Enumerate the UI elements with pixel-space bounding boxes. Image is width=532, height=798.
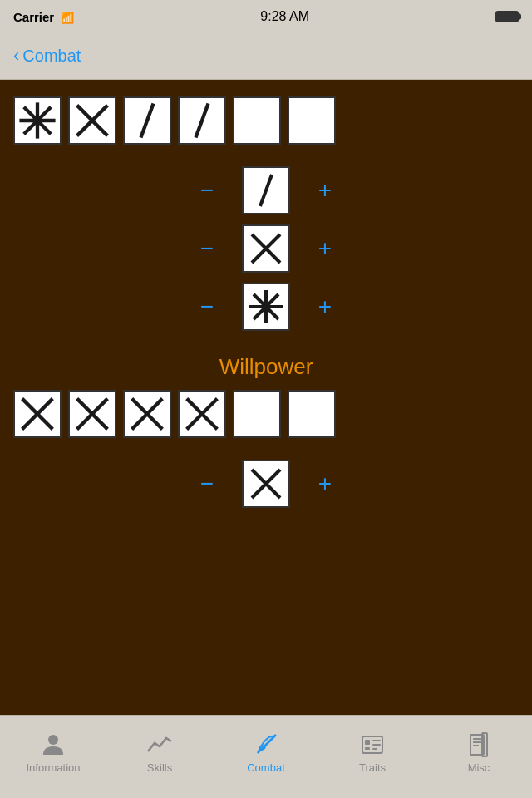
svg-rect-35 [473, 738, 481, 740]
tab-misc-label: Misc [468, 761, 490, 774]
willpower-stepper-section: − + [13, 460, 519, 508]
willpower-track-row [13, 390, 519, 438]
svg-line-6 [140, 103, 153, 137]
person-icon [40, 732, 66, 758]
tab-traits[interactable]: Traits [319, 732, 426, 774]
tab-misc[interactable]: Misc [426, 732, 532, 774]
back-button[interactable]: ‹ Combat [13, 46, 81, 66]
track-box-empty-1[interactable] [233, 96, 281, 145]
track-box-empty-2[interactable] [288, 96, 336, 145]
tab-combat-label: Combat [247, 761, 285, 774]
stepper-row-slash: − + [192, 166, 340, 214]
svg-rect-30 [365, 747, 370, 750]
skills-icon [146, 732, 173, 758]
willpower-box-x-2[interactable] [68, 390, 116, 438]
tab-skills-label: Skills [147, 761, 172, 774]
combat-icon [253, 732, 279, 758]
willpower-box-x-1[interactable] [13, 390, 62, 438]
battery-icon [495, 11, 519, 22]
plus-star-button[interactable]: + [310, 292, 340, 322]
svg-rect-29 [365, 740, 370, 745]
tab-information-label: Information [26, 761, 80, 774]
tab-information[interactable]: Information [0, 732, 106, 774]
tab-traits-label: Traits [359, 761, 386, 774]
tab-bar: Information Skills Combat Traits [0, 715, 532, 798]
track-box-x-1[interactable] [68, 96, 116, 145]
svg-rect-37 [473, 745, 479, 746]
stepper-row-x: − + [192, 224, 340, 273]
minus-star-button[interactable]: − [192, 292, 222, 322]
stepper-box-x[interactable] [242, 224, 290, 273]
carrier-label: Carrier 📶 [13, 10, 74, 24]
time-label: 9:28 AM [260, 9, 309, 24]
svg-point-25 [48, 735, 58, 745]
plus-slash-button[interactable]: + [310, 175, 340, 205]
willpower-box-empty-2[interactable] [288, 390, 336, 438]
willpower-plus-button[interactable]: + [310, 469, 340, 499]
stepper-section: − + − + − [13, 166, 519, 331]
traits-icon [359, 732, 386, 758]
willpower-box-x-3[interactable] [123, 390, 171, 438]
stepper-row-star: − + [192, 283, 340, 331]
willpower-box-x-4[interactable] [178, 390, 226, 438]
minus-x-button[interactable]: − [192, 234, 222, 264]
track-box-slash-1[interactable] [123, 96, 171, 145]
back-chevron-icon: ‹ [13, 45, 19, 66]
tab-combat[interactable]: Combat [213, 732, 319, 774]
willpower-label: Willpower [13, 354, 519, 380]
track-box-slash-2[interactable] [178, 96, 226, 145]
track-box-star[interactable] [13, 96, 62, 145]
nav-bar: ‹ Combat [0, 33, 532, 80]
stepper-box-star[interactable] [242, 283, 290, 331]
main-content: − + − + − [0, 80, 532, 715]
svg-rect-32 [372, 744, 381, 746]
willpower-stepper-box[interactable] [242, 460, 290, 508]
status-bar: Carrier 📶 9:28 AM [0, 0, 532, 33]
stepper-box-slash[interactable] [242, 166, 290, 214]
tab-skills[interactable]: Skills [106, 732, 213, 774]
plus-x-button[interactable]: + [310, 234, 340, 264]
wifi-icon: 📶 [61, 12, 74, 24]
svg-rect-31 [372, 740, 381, 741]
willpower-box-empty-1[interactable] [233, 390, 281, 438]
svg-rect-33 [372, 748, 377, 750]
back-label: Combat [22, 47, 81, 66]
svg-rect-36 [473, 741, 481, 743]
top-track-row [13, 96, 519, 145]
willpower-stepper-row: − + [192, 460, 340, 508]
svg-line-8 [260, 175, 272, 206]
minus-slash-button[interactable]: − [192, 175, 222, 205]
misc-icon [466, 732, 492, 758]
svg-line-7 [195, 103, 208, 137]
willpower-minus-button[interactable]: − [192, 469, 222, 499]
